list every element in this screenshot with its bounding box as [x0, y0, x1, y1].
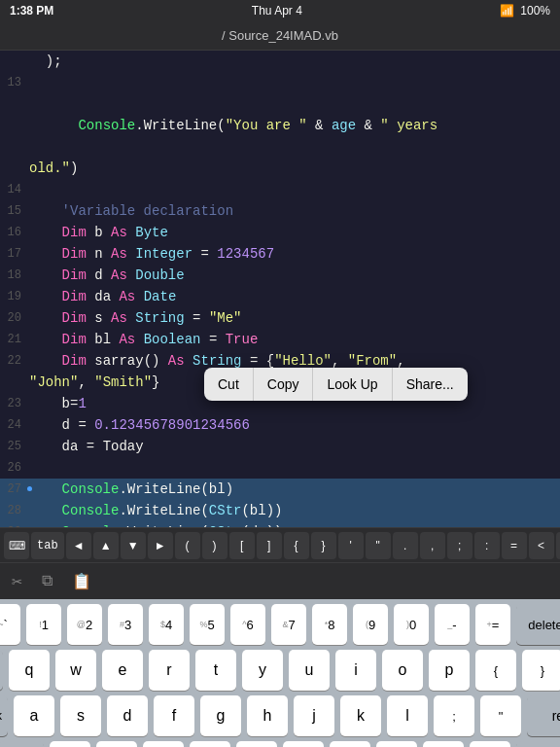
shift-left-key[interactable]: shift: [0, 741, 44, 747]
share-button[interactable]: Share...: [393, 368, 468, 401]
equals-key[interactable]: =: [502, 532, 527, 559]
close-bracket-key[interactable]: ]: [257, 532, 282, 559]
down-arrow-key[interactable]: ▼: [121, 532, 146, 559]
code-line: 16 Dim b As Byte: [0, 222, 560, 243]
keyboard-row-asdf: caps lock a s d f g h j k l ; " return: [0, 691, 560, 736]
code-line: );: [0, 51, 560, 72]
keyboard: ~` !1 @2 #3 $4 %5 ^6 &7 *8 (9 )0 _- += d…: [0, 599, 560, 747]
key-i[interactable]: i: [335, 650, 376, 691]
key-u[interactable]: u: [289, 650, 330, 691]
code-line: old."): [0, 158, 560, 179]
code-line: 18 Dim d As Double: [0, 265, 560, 286]
key-y[interactable]: y: [242, 650, 283, 691]
key-s[interactable]: s: [60, 695, 101, 736]
key-p[interactable]: p: [429, 650, 470, 691]
key-j[interactable]: j: [294, 695, 334, 736]
key-semicolon[interactable]: ;: [434, 695, 474, 736]
period-key[interactable]: .: [393, 532, 418, 559]
caps-lock-key[interactable]: caps lock: [0, 695, 8, 736]
key-n[interactable]: n: [283, 741, 324, 747]
key-o[interactable]: o: [382, 650, 423, 691]
code-line: 21 Dim bl As Boolean = True: [0, 329, 560, 350]
gt-key[interactable]: >: [556, 532, 560, 559]
key-4[interactable]: $4: [149, 604, 184, 645]
key-g[interactable]: g: [200, 695, 241, 736]
key-h[interactable]: h: [247, 695, 288, 736]
close-brace-key[interactable]: }: [311, 532, 336, 559]
key-5[interactable]: %5: [190, 604, 225, 645]
key-question[interactable]: ?: [470, 741, 510, 747]
key-t[interactable]: t: [195, 650, 236, 691]
key-9[interactable]: (9: [353, 604, 388, 645]
single-quote-key[interactable]: ': [338, 532, 364, 559]
left-arrow-key[interactable]: ◄: [66, 532, 91, 559]
key-3[interactable]: #3: [108, 604, 143, 645]
key-e[interactable]: e: [102, 650, 143, 691]
close-paren-key[interactable]: ): [202, 532, 228, 559]
double-quote-key[interactable]: ": [366, 532, 391, 559]
comma-key[interactable]: ,: [420, 532, 445, 559]
return-key[interactable]: return: [527, 695, 560, 736]
key-k[interactable]: k: [340, 695, 381, 736]
key-7[interactable]: &7: [271, 604, 306, 645]
key-tilde[interactable]: ~`: [0, 604, 20, 645]
copy-icon[interactable]: ⧉: [42, 572, 52, 590]
code-line: 28 Console.WriteLine(CStr(bl)): [0, 500, 560, 521]
key-8[interactable]: *8: [312, 604, 347, 645]
code-line: Console.WriteLine("You are " & age & " y…: [0, 93, 560, 158]
colon-key[interactable]: :: [474, 532, 500, 559]
key-2[interactable]: @2: [67, 604, 102, 645]
key-gt[interactable]: >: [423, 741, 464, 747]
key-6[interactable]: ^6: [230, 604, 265, 645]
key-dash[interactable]: _-: [435, 604, 470, 645]
lt-key[interactable]: <: [529, 532, 554, 559]
code-line: 15 'Variable declaration: [0, 200, 560, 222]
cut-button[interactable]: Cut: [204, 368, 254, 401]
key-close-brace[interactable]: }: [522, 650, 560, 691]
status-time: 1:38 PM: [10, 4, 53, 18]
cut-icon[interactable]: ✂: [12, 571, 22, 592]
key-l[interactable]: l: [387, 695, 428, 736]
shift-right-key[interactable]: shift: [516, 741, 560, 747]
copy-button[interactable]: Copy: [254, 368, 314, 401]
key-equals[interactable]: +=: [475, 604, 510, 645]
open-brace-key[interactable]: {: [284, 532, 309, 559]
semicolon-key[interactable]: ;: [447, 532, 472, 559]
code-line: 24 d = 0.12345678901234566: [0, 414, 560, 436]
key-m[interactable]: m: [330, 741, 370, 747]
open-paren-key[interactable]: (: [175, 532, 200, 559]
key-open-brace[interactable]: {: [475, 650, 516, 691]
key-0[interactable]: )0: [394, 604, 429, 645]
context-menu[interactable]: Cut Copy Look Up Share...: [204, 368, 468, 401]
key-c[interactable]: c: [143, 741, 184, 747]
key-f[interactable]: f: [154, 695, 194, 736]
key-x[interactable]: x: [96, 741, 137, 747]
key-b[interactable]: b: [236, 741, 277, 747]
keyboard-row-numbers: ~` !1 @2 #3 $4 %5 ^6 &7 *8 (9 )0 _- += d…: [0, 599, 560, 645]
code-line: 25 da = Today: [0, 436, 560, 457]
keyboard-icon-key[interactable]: ⌨: [4, 532, 29, 559]
code-line: 14: [0, 179, 560, 200]
extra-keys-bar: ⌨ tab ◄ ▲ ▼ ► ( ) [ ] { } ' " . , ; : = …: [0, 527, 560, 562]
key-1[interactable]: !1: [26, 604, 61, 645]
key-lt[interactable]: <: [376, 741, 417, 747]
key-z[interactable]: z: [50, 741, 90, 747]
key-w[interactable]: w: [55, 650, 96, 691]
key-q[interactable]: q: [9, 650, 50, 691]
key-r[interactable]: r: [149, 650, 190, 691]
right-arrow-key[interactable]: ►: [148, 532, 173, 559]
open-bracket-key[interactable]: [: [229, 532, 255, 559]
key-d[interactable]: d: [107, 695, 148, 736]
tab-key[interactable]: tab: [0, 650, 3, 691]
delete-key[interactable]: delete: [516, 604, 560, 645]
edit-actions-bar: ✂ ⧉ 📋: [0, 562, 560, 599]
key-a[interactable]: a: [14, 695, 54, 736]
look-up-button[interactable]: Look Up: [313, 368, 392, 401]
key-quote[interactable]: ": [480, 695, 521, 736]
file-title: / Source_24IMAD.vb: [222, 28, 338, 43]
key-v[interactable]: v: [190, 741, 230, 747]
paste-icon[interactable]: 📋: [72, 572, 91, 591]
up-arrow-key[interactable]: ▲: [93, 532, 119, 559]
code-editor[interactable]: ); 13 Console.WriteLine("You are " & age…: [0, 51, 560, 527]
tab-key[interactable]: tab: [31, 532, 64, 559]
